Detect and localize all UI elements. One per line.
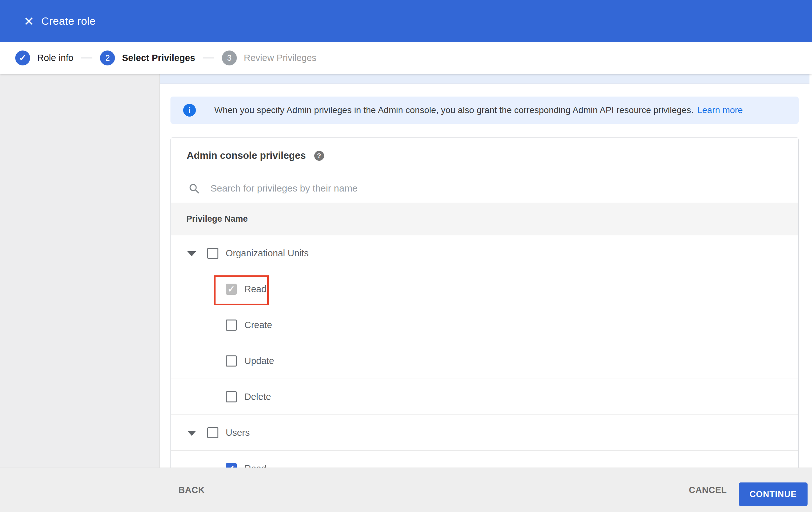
column-header-privilege-name: Privilege Name <box>186 214 248 224</box>
help-icon[interactable]: ? <box>314 151 324 161</box>
privilege-label: Update <box>244 343 274 379</box>
continue-button[interactable]: CONTINUE <box>739 482 808 506</box>
step-complete-check-icon: ✓ <box>15 51 30 65</box>
info-icon: i <box>183 104 196 116</box>
info-banner: i When you specify Admin privileges in t… <box>171 97 799 124</box>
privilege-label: Read <box>244 451 266 468</box>
search-input[interactable] <box>210 183 687 194</box>
privilege-row-organizational-units: Organizational Units <box>171 235 799 271</box>
checkbox-read[interactable]: ✓ <box>226 284 237 295</box>
back-button[interactable]: BACK <box>178 485 205 495</box>
checkbox-read[interactable]: ✓ <box>226 463 237 468</box>
section-title: Admin console privileges <box>187 150 306 161</box>
privilege-label: Users <box>226 415 250 451</box>
admin-console-privileges-card: Admin console privileges ? Privilege Nam… <box>171 137 799 468</box>
privilege-label: Create <box>244 307 272 343</box>
step-separator <box>203 57 214 58</box>
privilege-row-create: Create <box>171 307 799 343</box>
step-separator <box>81 57 92 58</box>
learn-more-link[interactable]: Learn more <box>697 105 743 115</box>
appbar: ✕ Create role <box>0 0 812 42</box>
step-number: 2 <box>100 51 115 65</box>
privilege-rows: Organizational Units✓ReadCreateUpdateDel… <box>171 235 799 468</box>
step-role-info[interactable]: ✓Role info <box>15 51 73 65</box>
checkbox-organizational-units[interactable] <box>207 248 219 259</box>
privilege-label: Read <box>244 271 266 307</box>
step-label: Review Privileges <box>244 53 317 63</box>
expander-triangle-icon[interactable] <box>187 251 196 256</box>
stepper: ✓Role info2Select Privileges3Review Priv… <box>0 42 812 74</box>
privilege-row-delete: Delete <box>171 379 799 415</box>
info-banner-text: When you specify Admin privileges in the… <box>214 105 694 115</box>
checkbox-update[interactable] <box>226 355 237 367</box>
table-header-row: Privilege Name <box>171 203 799 235</box>
checkbox-users[interactable] <box>207 427 219 438</box>
step-review-privileges[interactable]: 3Review Privileges <box>222 51 317 65</box>
footer-action-bar: BACK CANCEL <box>0 467 812 512</box>
page-title: Create role <box>41 0 96 42</box>
privilege-row-read: ✓Read <box>171 451 799 468</box>
privilege-label: Delete <box>244 379 271 415</box>
left-sidebar <box>0 74 160 467</box>
close-icon[interactable]: ✕ <box>14 0 43 42</box>
privilege-row-update: Update <box>171 343 799 379</box>
privilege-search-row <box>171 174 799 203</box>
expander-triangle-icon[interactable] <box>187 431 196 436</box>
search-icon <box>188 183 200 194</box>
step-select-privileges[interactable]: 2Select Privileges <box>100 51 195 65</box>
stepper-steps: ✓Role info2Select Privileges3Review Priv… <box>15 51 317 65</box>
privilege-row-read: ✓Read <box>171 271 799 307</box>
step-label: Select Privileges <box>122 53 195 63</box>
checkbox-delete[interactable] <box>226 391 237 402</box>
checkbox-create[interactable] <box>226 320 237 331</box>
cancel-button[interactable]: CANCEL <box>689 485 727 495</box>
privilege-label: Organizational Units <box>226 235 309 271</box>
step-number: 3 <box>222 51 237 65</box>
privilege-row-users: Users <box>171 415 799 451</box>
step-label: Role info <box>37 53 73 63</box>
scrolled-content-band <box>160 73 809 84</box>
